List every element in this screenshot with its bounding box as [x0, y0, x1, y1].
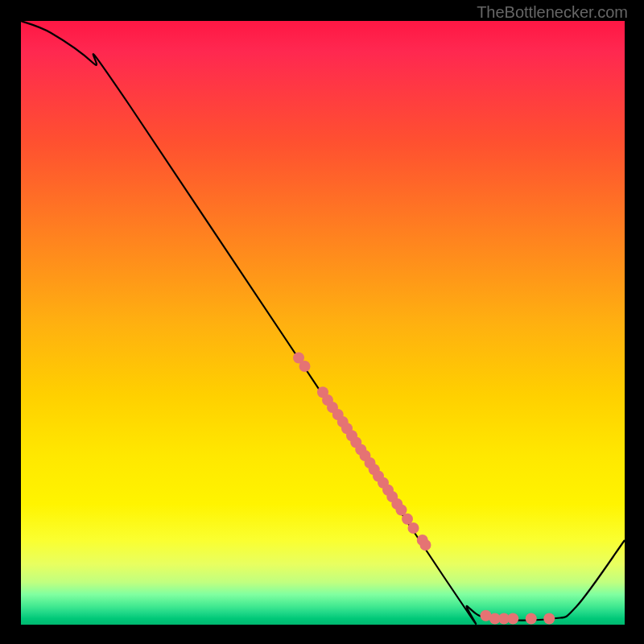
data-point: [543, 613, 555, 625]
data-points-group: [293, 353, 555, 625]
data-point: [507, 613, 518, 625]
data-point: [526, 613, 537, 625]
chart-plot-area: [21, 21, 625, 625]
chart-overlay: [21, 21, 625, 625]
bottleneck-curve: [21, 21, 625, 624]
data-point: [299, 361, 311, 372]
watermark-text: TheBottlenecker.com: [477, 3, 628, 22]
data-point: [408, 522, 419, 534]
data-point: [420, 539, 431, 551]
